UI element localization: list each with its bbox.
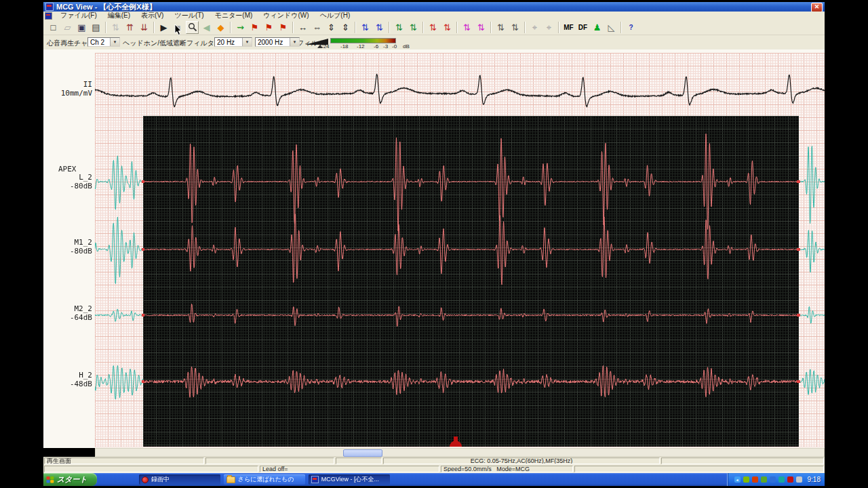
status-cell-status2-0	[44, 466, 258, 472]
shift-down-button[interactable]: ⇅	[509, 21, 521, 34]
open-file-button: ▱	[61, 21, 74, 34]
menu-item-4[interactable]: モニター(M)	[210, 11, 258, 20]
fit-button: ⌖	[542, 21, 555, 34]
gain-up-mid-button[interactable]: ⇅	[427, 21, 439, 34]
tray-collapse-icon[interactable]: ◂	[734, 476, 741, 483]
start-button[interactable]: スタート	[43, 473, 97, 486]
shift-up-button[interactable]: ⇅	[494, 21, 507, 34]
measure-button[interactable]: ◺	[605, 21, 618, 34]
toolbar-separator	[524, 22, 526, 33]
mf-filter-button[interactable]: MF	[562, 21, 575, 34]
df-filter-button[interactable]: DF	[576, 21, 589, 34]
lowcut-select[interactable]: 20 Hz ▼	[214, 37, 252, 47]
toolbar-separator	[292, 22, 294, 33]
gain-down-all-button[interactable]: ⇅	[373, 21, 386, 34]
status-cell-status1-2	[336, 458, 382, 464]
m1-label: M1_2-80dB	[43, 238, 92, 256]
gain-up-high-button[interactable]: ⇅	[460, 21, 473, 34]
h2-label: H_2-48dB	[43, 371, 92, 388]
stop-button: ■	[172, 21, 184, 34]
windows-flag-icon	[46, 476, 54, 484]
toolbar-separator	[558, 22, 559, 33]
scrollbar-thumb[interactable]	[343, 449, 382, 457]
meter-tick-label: -6	[374, 43, 378, 49]
meter-tick-label: dB	[403, 43, 410, 49]
system-tray: ◂ 9:18	[727, 473, 825, 486]
export-button: ⇅	[109, 21, 122, 34]
lowcut-select-label: ヘッドホン/低域遮断フィルタ:	[123, 39, 216, 48]
taskbar-clock: 9:18	[808, 476, 821, 483]
gain-down-high-button[interactable]: ⇅	[475, 21, 488, 34]
save-button[interactable]: ▣	[75, 21, 88, 34]
new-file-button[interactable]: □	[47, 21, 60, 34]
channel-select[interactable]: Ch 2 ▼	[87, 37, 120, 47]
patient-button[interactable]: ♟	[591, 21, 604, 34]
tray-icon-5[interactable]	[778, 476, 785, 483]
mcg-icon	[311, 476, 319, 483]
amp-compress-button[interactable]: ⇕	[339, 21, 352, 34]
tray-icon-4[interactable]	[770, 476, 776, 483]
help-button[interactable]: ?	[625, 21, 637, 34]
play-button[interactable]: ▶	[157, 21, 170, 34]
start-button-label: スタート	[57, 474, 87, 485]
control-bar: 心音再生チャンネル: Ch 2 ▼ ヘッドホン/低域遮断フィルタ: 20 Hz …	[43, 35, 825, 50]
menu-item-2[interactable]: 表示(V)	[136, 11, 169, 20]
toolbar: □▱▣▤⇅⇈⇊▶■◀◆⇝⚑⚑⚑↔⇔⇕⇕⇅⇅⇅⇅⇅⇅⇅⇅⇅⇅⌖⌖MFDF♟◺?	[43, 20, 825, 35]
highcut-select[interactable]: 2000 Hz ▼	[255, 37, 300, 47]
taskbar-task-2[interactable]: MCGView - [心不全...	[309, 474, 390, 485]
tray-icon-7[interactable]	[796, 476, 802, 483]
horizontal-scrollbar[interactable]	[95, 448, 825, 457]
marker-up-button[interactable]: ⇈	[123, 21, 136, 34]
menu-item-5[interactable]: ウィンドウ(W)	[258, 11, 314, 20]
task-label: MCGView - [心不全...	[321, 475, 379, 484]
menu-item-3[interactable]: ツール(T)	[169, 11, 209, 20]
status-cell-status1-3: ECG: 0.05-75Hz,AC(60Hz),MF(35Hz)	[383, 458, 660, 464]
toolbar-separator	[230, 22, 231, 33]
flag-1-button[interactable]: ⚑	[248, 21, 261, 34]
toolbar-separator	[456, 22, 458, 33]
print-button[interactable]: ▤	[90, 21, 102, 34]
time-expand-button[interactable]: ↔	[296, 21, 309, 34]
menu-item-1[interactable]: 編集(E)	[102, 11, 136, 20]
ecg-lead-label: II10mm/mV	[43, 80, 92, 98]
status-cell-status2-1: Lead off=	[260, 466, 439, 472]
taskbar-task-1[interactable]: さらに選ばれたもの	[224, 474, 305, 485]
meter-tick-label: -0	[392, 43, 397, 49]
waveform-area: II10mm/mVAPEXL_2-80dBM1_2-80dBM2_2-64dBH…	[43, 49, 825, 448]
amp-expand-button[interactable]: ⇕	[325, 21, 338, 34]
chevron-down-icon[interactable]: ▼	[242, 38, 252, 46]
gain-down-mid-button[interactable]: ⇅	[441, 21, 454, 34]
menu-item-6[interactable]: ヘルプ(H)	[315, 11, 356, 20]
tray-icon-3[interactable]	[761, 476, 767, 483]
taskbar: スタート 録画中さらに選ばれたものMCGView - [心不全... ◂ 9:1…	[43, 473, 825, 486]
tray-icon-2[interactable]	[752, 476, 758, 483]
flag-3-button[interactable]: ⚑	[277, 21, 290, 34]
auto-play-button[interactable]: ⇝	[234, 21, 247, 34]
chevron-down-icon[interactable]: ▼	[110, 38, 119, 46]
gain-up-all-button[interactable]: ⇅	[359, 21, 372, 34]
status-cell-status2-3	[574, 466, 824, 472]
zoom-button[interactable]	[186, 21, 199, 34]
meter-tick-label: -12	[357, 43, 365, 49]
flag-2-button[interactable]: ⚑	[262, 21, 275, 34]
l2-label: L_2-80dB	[43, 173, 92, 190]
tray-icon-6[interactable]	[787, 476, 793, 483]
event-mark-button[interactable]: ◆	[214, 21, 227, 34]
title-bar: MCG View - 【心不全例X様】 ✕	[43, 2, 825, 12]
status-cell-status1-0: 再生画面	[44, 458, 204, 464]
app-icon	[45, 3, 54, 11]
folder-icon	[226, 476, 235, 483]
taskbar-task-0[interactable]: 録画中	[139, 474, 220, 485]
status-bar-playback: 再生画面ECG: 0.05-75Hz,AC(60Hz),MF(35Hz)	[43, 457, 825, 465]
tray-icon-1[interactable]	[743, 476, 749, 483]
close-icon[interactable]: ✕	[811, 3, 823, 12]
time-compress-button[interactable]: ⇔	[311, 21, 323, 34]
back-button: ◀	[200, 21, 213, 34]
marker-down-button[interactable]: ⇊	[138, 21, 151, 34]
gain-up-low-button[interactable]: ⇅	[393, 21, 406, 34]
toolbar-separator	[105, 22, 106, 33]
gain-down-low-button[interactable]: ⇅	[407, 21, 420, 34]
record-icon	[142, 476, 149, 483]
menu-item-0[interactable]: ファイル(F)	[55, 11, 102, 20]
chevron-down-icon[interactable]: ▼	[290, 38, 299, 46]
